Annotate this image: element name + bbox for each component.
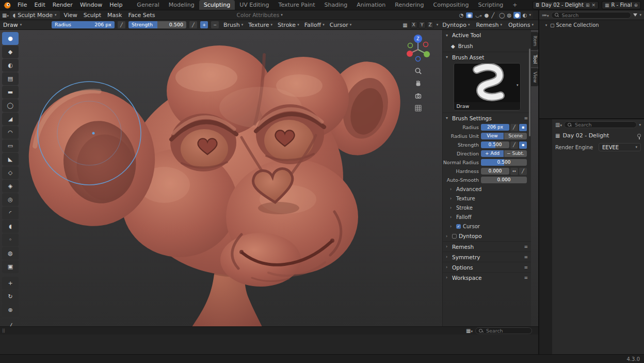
- menu-sculpt[interactable]: Sculpt: [81, 10, 104, 20]
- view-layer-selector[interactable]: ▦ R - Final ⊕: [602, 1, 641, 9]
- menu-mask[interactable]: Mask: [104, 10, 125, 20]
- brush-asset-thumbnail[interactable]: Draw ▾: [454, 63, 521, 111]
- subsection-texture[interactable]: ›Texture: [443, 194, 531, 203]
- tool-flatten[interactable]: ▭: [2, 139, 19, 152]
- brush-select-chevron-icon[interactable]: ▾: [517, 83, 519, 87]
- zoom-icon[interactable]: [413, 66, 423, 75]
- expander-icon[interactable]: ▾: [544, 23, 549, 27]
- pressure-icon[interactable]: ╱: [510, 141, 518, 149]
- subsection-stroke[interactable]: ›Stroke: [443, 203, 531, 212]
- dyntopo-dropdown[interactable]: Dyntopo▾: [441, 22, 471, 28]
- direction-toggle[interactable]: + Add − Subt.: [481, 150, 527, 157]
- panel-remesh[interactable]: ›Remesh≡: [443, 241, 531, 251]
- tool-clay-strips[interactable]: ▤: [2, 72, 19, 85]
- mode-selector[interactable]: ◖ Sculpt Mode ▾: [10, 11, 60, 19]
- mirror-x-toggle[interactable]: X: [410, 21, 417, 28]
- menu-window[interactable]: Window: [76, 0, 106, 10]
- color-attributes-dropdown[interactable]: Color Attributes ▾: [237, 12, 283, 18]
- hardness-slider[interactable]: 0.000: [481, 168, 509, 175]
- tool-smooth[interactable]: ◠: [2, 126, 19, 139]
- outliner-row-scene-collection[interactable]: ▾▢Scene Collection: [539, 21, 644, 29]
- tool-rotate[interactable]: ↻: [2, 290, 19, 303]
- stroke-dropdown[interactable]: Stroke▾: [276, 22, 301, 28]
- radius-unit-scene[interactable]: Scene: [504, 133, 527, 139]
- workspace-tab-shading[interactable]: Shading: [320, 0, 352, 10]
- tool-pinch[interactable]: ◇: [2, 166, 19, 179]
- direction-add[interactable]: + Add: [481, 150, 504, 157]
- brush-dropdown[interactable]: Brush▾: [222, 22, 245, 28]
- pressure-icon[interactable]: ╱: [510, 124, 518, 131]
- brush-settings-section-header[interactable]: ▾ Brush Settings ≡: [443, 113, 531, 123]
- new-scene-icon[interactable]: ⊞: [586, 3, 590, 8]
- orthographic-grid-icon[interactable]: [413, 103, 423, 113]
- workspace-tab-texture-paint[interactable]: Texture Paint: [274, 0, 320, 10]
- tool-snake-hook[interactable]: ◜: [2, 207, 19, 219]
- workspace-tab-sculpting[interactable]: Sculpting: [199, 0, 235, 10]
- tool-draw[interactable]: ●: [2, 32, 19, 45]
- workspace-tab-compositing[interactable]: Compositing: [428, 0, 473, 10]
- add-workspace-button[interactable]: +: [509, 0, 521, 10]
- cursor-checkbox[interactable]: ✓: [456, 224, 461, 229]
- pin-icon[interactable]: [637, 134, 641, 137]
- render-engine-select[interactable]: EEVEE ▾: [599, 143, 641, 151]
- sidebar-scrollbar[interactable]: [529, 49, 530, 136]
- radius-slider[interactable]: 206 px: [481, 124, 509, 131]
- properties-search[interactable]: [564, 121, 637, 128]
- pressure-icon[interactable]: ╱: [519, 168, 527, 175]
- matcap-sphere-icon[interactable]: ●: [484, 12, 489, 18]
- annotate-pen-icon[interactable]: ╱: [491, 12, 494, 18]
- brush-asset-section-header[interactable]: ▾ Brush Asset: [443, 52, 531, 62]
- chevron-down-icon[interactable]: ▾: [639, 13, 641, 17]
- panel-options[interactable]: ›Options≡: [443, 262, 531, 272]
- shelf-search[interactable]: [475, 327, 532, 334]
- tool-thumb[interactable]: ◖: [2, 220, 19, 233]
- menu-help[interactable]: Help: [106, 0, 126, 10]
- dyntopo-checkbox[interactable]: [452, 234, 457, 239]
- shading-solid-icon[interactable]: ◍: [507, 12, 511, 18]
- remesh-dropdown[interactable]: Remesh▾: [474, 22, 504, 28]
- tool-scrape[interactable]: ◣: [2, 153, 19, 166]
- texture-dropdown[interactable]: Texture▾: [247, 22, 274, 28]
- falloff-dropdown[interactable]: Falloff▾: [303, 22, 326, 28]
- tool-annotate[interactable]: ╱: [2, 320, 19, 326]
- workspace-tab-uv-editing[interactable]: UV Editing: [235, 0, 273, 10]
- panel-symmetry[interactable]: ›Symmetry≡: [443, 251, 531, 262]
- properties-editor-icon[interactable]: ▥▾: [555, 122, 562, 128]
- shading-wireframe-icon[interactable]: ◯: [499, 12, 505, 18]
- strength-slider[interactable]: Strength 0.500: [128, 21, 186, 28]
- panel-menu-icon[interactable]: ≡: [524, 265, 528, 270]
- radius-pressure-icon[interactable]: ╱: [118, 21, 125, 28]
- normal-radius-slider[interactable]: 0.500: [481, 159, 527, 166]
- outliner-search-input[interactable]: [561, 12, 604, 19]
- tool-move[interactable]: +: [2, 277, 19, 290]
- active-tool-section-header[interactable]: ▾ Active Tool: [443, 30, 531, 40]
- tool-crease[interactable]: ◢: [2, 113, 19, 125]
- region-tab-item[interactable]: Item: [531, 32, 538, 50]
- tool-grab[interactable]: ◈: [2, 180, 19, 193]
- workspace-tab-general[interactable]: General: [132, 0, 164, 10]
- subsection-cursor[interactable]: ›✓Cursor: [443, 222, 531, 231]
- mirror-y-toggle[interactable]: Y: [418, 21, 426, 28]
- menu-edit[interactable]: Edit: [30, 0, 49, 10]
- tool-pose[interactable]: ◦: [2, 233, 19, 246]
- pan-hand-icon[interactable]: [413, 78, 423, 88]
- menu-face-sets[interactable]: Face Sets: [125, 10, 158, 20]
- mirror-grid-icon[interactable]: ▦: [403, 22, 407, 28]
- tool-layer[interactable]: ▬: [2, 86, 19, 99]
- shelf-grip-icon[interactable]: ⣿: [2, 328, 5, 333]
- cursor-dropdown[interactable]: Cursor▾: [328, 22, 353, 28]
- region-tab-tool[interactable]: Tool: [531, 51, 538, 67]
- invert-icon[interactable]: ↔: [510, 168, 518, 175]
- scene-selector[interactable]: ◘ Day 02 - Delight ⊞ ✕: [533, 1, 599, 9]
- outliner-search[interactable]: [551, 12, 632, 19]
- tool-transform[interactable]: ⊕: [2, 304, 19, 317]
- chevron-down-icon[interactable]: ▾: [639, 123, 641, 127]
- shelf-search-input[interactable]: [485, 327, 528, 334]
- snap-magnet-icon[interactable]: ◡▾: [475, 12, 481, 18]
- subsection-falloff[interactable]: ›Falloff: [443, 212, 531, 222]
- region-tab-view[interactable]: View: [531, 68, 538, 86]
- outliner-editor-icon[interactable]: ≔▾: [542, 12, 549, 18]
- shading-material-icon[interactable]: ●: [513, 12, 521, 19]
- menu-view[interactable]: View: [61, 10, 81, 20]
- orientation-gizmo[interactable]: Z: [403, 33, 433, 63]
